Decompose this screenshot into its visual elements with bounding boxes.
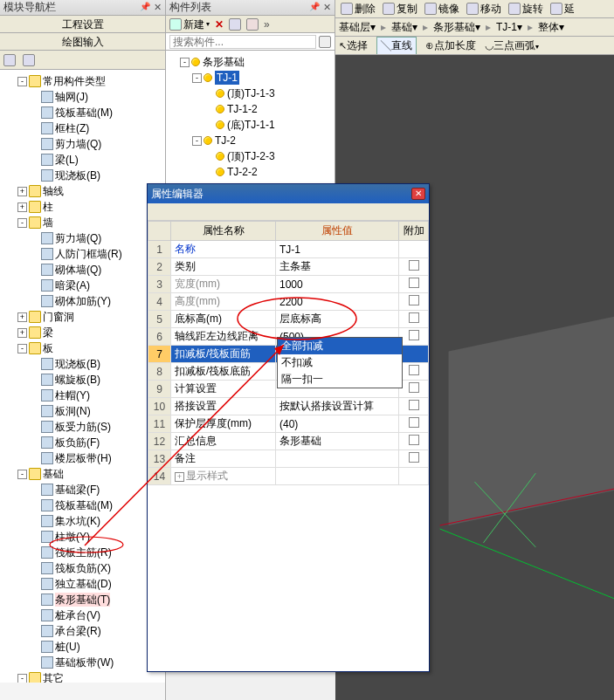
tree-item[interactable]: 暗梁(A) [30, 278, 163, 293]
nav-tab-draw-input[interactable]: 绘图输入 [0, 33, 165, 51]
arc-tool[interactable]: ◡三点画弧▾ [485, 38, 539, 53]
more-icon[interactable]: » [264, 16, 270, 33]
extra-checkbox[interactable] [409, 295, 419, 305]
expand-all-icon[interactable] [3, 54, 16, 66]
delete-icon[interactable]: ✕ [215, 16, 224, 33]
property-row[interactable]: 10搭接设置按默认搭接设置计算 [148, 398, 429, 415]
tree-item[interactable]: -板 [17, 340, 163, 356]
list-tree-item[interactable]: -TJ-1 [192, 70, 333, 86]
list-tree-item[interactable]: TJ-2-2 [204, 164, 333, 180]
tree-item[interactable]: 板洞(N) [30, 403, 163, 419]
line-tool[interactable]: ╲直线 [376, 37, 417, 55]
property-value[interactable]: 层底标高 [279, 312, 321, 325]
property-value[interactable]: (40) [279, 418, 298, 430]
tree-item[interactable]: 柱帽(Y) [30, 388, 163, 403]
property-value[interactable]: 条形基础 [279, 435, 321, 447]
tree-item[interactable]: -基础 [17, 466, 163, 482]
collapse-icon[interactable]: - [17, 77, 27, 86]
dialog-titlebar[interactable]: 属性编辑器 ✕ [148, 184, 429, 203]
property-value[interactable]: 2200 [279, 296, 303, 308]
tree-item[interactable]: 现浇板(B) [30, 356, 163, 372]
tree-item[interactable]: 独立基础(D) [30, 576, 163, 592]
tree-item[interactable]: 筏板主筋(R) [30, 545, 163, 560]
expand-icon[interactable]: + [17, 202, 27, 212]
expand-icon[interactable]: + [17, 328, 27, 338]
tree-item[interactable]: 楼层板带(H) [30, 450, 163, 466]
list-tree-item[interactable]: -条形基础 [180, 54, 333, 70]
new-button[interactable]: 新建 ▾ [169, 16, 210, 33]
search-icon[interactable] [319, 36, 331, 48]
point-length-tool[interactable]: ⊕点加长度 [425, 38, 476, 53]
mirror-button[interactable]: 镜像 [423, 2, 461, 17]
copy-button[interactable]: 复制 [381, 2, 419, 17]
combo-1[interactable]: 基础▾ [391, 20, 417, 35]
property-row[interactable]: 14+显示样式 [148, 468, 429, 485]
extra-checkbox[interactable] [409, 330, 419, 340]
extra-checkbox[interactable] [409, 417, 419, 428]
nav-close-icon[interactable]: ✕ [154, 2, 162, 13]
combo-4[interactable]: 整体▾ [538, 20, 564, 35]
nav-tree[interactable]: -常用构件类型轴网(J)筏板基础(M)框柱(Z)剪力墙(Q)梁(L)现浇板(B)… [0, 70, 165, 683]
filter-icon[interactable] [246, 18, 259, 31]
property-row[interactable]: 13备注 [148, 450, 429, 468]
extra-checkbox[interactable] [409, 382, 419, 393]
tree-item[interactable]: 条形基础(T) [30, 592, 163, 607]
collapse-icon[interactable]: - [17, 674, 27, 683]
deduction-dropdown[interactable]: 全部扣减不扣减隔一扣一 [277, 337, 403, 388]
tree-item[interactable]: 柱墩(Y) [30, 529, 163, 545]
rotate-button[interactable]: 旋转 [507, 2, 545, 17]
tree-item[interactable]: 梁(L) [30, 152, 163, 168]
move-button[interactable]: 移动 [465, 2, 503, 17]
tree-item[interactable]: 框柱(Z) [30, 120, 163, 136]
tree-item[interactable]: 集水坑(K) [30, 513, 163, 529]
extra-checkbox[interactable] [409, 400, 419, 410]
collapse-icon[interactable]: - [17, 344, 27, 353]
combo-0[interactable]: 基础层▾ [339, 20, 376, 35]
list-close-icon[interactable]: ✕ [323, 2, 331, 13]
tree-item[interactable]: 轴网(J) [30, 89, 163, 105]
tree-item[interactable]: 板负筋(F) [30, 435, 163, 450]
sort-icon[interactable] [229, 18, 241, 31]
extra-checkbox[interactable] [409, 260, 419, 271]
list-tree-item[interactable]: (顶)TJ-1-3 [204, 86, 333, 101]
tree-item[interactable]: +梁 [17, 325, 163, 340]
property-row[interactable]: 3宽度(mm)1000 [148, 276, 429, 293]
expand-icon[interactable]: + [17, 312, 27, 322]
tree-item[interactable]: 筏板负筋(X) [30, 560, 163, 576]
tree-item[interactable]: 剪力墙(Q) [30, 136, 163, 152]
tree-item[interactable]: 筏板基础(M) [30, 105, 163, 120]
tree-item[interactable]: 筏板基础(M) [30, 498, 163, 513]
tree-item[interactable]: +轴线 [17, 183, 163, 199]
collapse-icon[interactable]: - [180, 58, 190, 67]
tree-item[interactable]: -墙 [17, 215, 163, 230]
expand-icon[interactable]: + [175, 472, 184, 482]
extend-button[interactable]: 延 [548, 2, 576, 17]
property-value[interactable]: 主条基 [279, 260, 311, 272]
tree-item[interactable]: 承台梁(R) [30, 623, 163, 639]
collapse-icon[interactable]: - [192, 136, 202, 146]
tree-item[interactable]: 人防门框墙(R) [30, 246, 163, 262]
property-row[interactable]: 12汇总信息条形基础 [148, 433, 429, 450]
list-tree-item[interactable]: -TJ-2 [192, 133, 333, 148]
tree-item[interactable]: 砌体加筋(Y) [30, 293, 163, 309]
property-value[interactable]: 按默认搭接设置计算 [279, 400, 374, 412]
tree-item[interactable]: +门窗洞 [17, 309, 163, 325]
tree-item[interactable]: 桩(U) [30, 639, 163, 655]
dialog-close-icon[interactable]: ✕ [411, 188, 425, 200]
collapse-icon[interactable]: - [192, 73, 202, 83]
extra-checkbox[interactable] [409, 365, 419, 375]
extra-checkbox[interactable] [409, 435, 419, 445]
property-row[interactable]: 11保护层厚度(mm)(40) [148, 415, 429, 433]
tree-item[interactable]: 基础梁(F) [30, 482, 163, 498]
nav-tab-project-settings[interactable]: 工程设置 [0, 16, 165, 33]
list-tree[interactable]: -条形基础-TJ-1(顶)TJ-1-3TJ-1-2(底)TJ-1-1-TJ-2(… [166, 51, 335, 183]
property-value[interactable]: 1000 [279, 278, 303, 291]
tree-item[interactable]: -其它 [17, 670, 163, 683]
pin-icon[interactable]: 📌 [140, 2, 150, 13]
dropdown-option[interactable]: 隔一扣一 [278, 371, 402, 388]
tree-item[interactable]: -常用构件类型 [17, 73, 163, 89]
combo-3[interactable]: TJ-1▾ [496, 21, 522, 33]
extra-checkbox[interactable] [409, 312, 419, 323]
property-row[interactable]: 4高度(mm)2200 [148, 293, 429, 311]
property-row[interactable]: 2类别主条基 [148, 258, 429, 276]
